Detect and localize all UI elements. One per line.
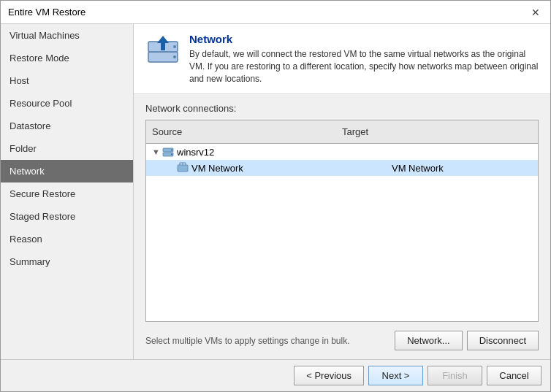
previous-button[interactable]: < Previous bbox=[294, 366, 364, 385]
target-label: VM Network bbox=[386, 163, 532, 174]
bottom-row: Select multiple VMs to apply settings ch… bbox=[145, 331, 539, 350]
svg-rect-9 bbox=[178, 165, 188, 172]
sidebar-item-datastore[interactable]: Datastore bbox=[1, 115, 133, 137]
network-table: Source Target ▼ bbox=[145, 120, 539, 322]
main-panel: Network By default, we will connect the … bbox=[134, 24, 550, 359]
table-header: Source Target bbox=[146, 120, 538, 144]
close-button[interactable]: ✕ bbox=[528, 5, 543, 20]
table-row[interactable]: VM Network VM Network bbox=[146, 160, 538, 176]
col-source-header: Source bbox=[146, 123, 336, 140]
header-text: Network By default, we will connect the … bbox=[189, 33, 539, 85]
vm-network-icon bbox=[177, 162, 189, 174]
next-button[interactable]: Next > bbox=[368, 366, 423, 385]
svg-point-4 bbox=[173, 55, 176, 58]
page-header: Network By default, we will connect the … bbox=[134, 24, 550, 94]
group-label: winsrv12 bbox=[177, 147, 532, 158]
sidebar-item-virtual-machines[interactable]: Virtual Machines bbox=[1, 24, 133, 47]
sidebar-item-resource-pool[interactable]: Resource Pool bbox=[1, 92, 133, 115]
finish-button[interactable]: Finish bbox=[428, 366, 482, 385]
dialog-title: Entire VM Restore bbox=[8, 7, 86, 18]
body-area: Network connections: Source Target ▼ bbox=[134, 94, 550, 359]
sidebar-item-staged-restore[interactable]: Staged Restore bbox=[1, 205, 133, 228]
svg-point-8 bbox=[171, 154, 172, 155]
bulk-hint: Select multiple VMs to apply settings ch… bbox=[145, 336, 349, 346]
server-icon bbox=[162, 146, 174, 158]
sidebar-item-secure-restore[interactable]: Secure Restore bbox=[1, 182, 133, 205]
sidebar-item-folder[interactable]: Folder bbox=[1, 137, 133, 160]
title-bar: Entire VM Restore ✕ bbox=[1, 1, 550, 24]
header-icon bbox=[145, 33, 180, 68]
sidebar-item-summary[interactable]: Summary bbox=[1, 250, 133, 273]
expand-icon: ▼ bbox=[152, 147, 162, 156]
bottom-action-buttons: Network... Disconnect bbox=[395, 331, 539, 350]
table-body: ▼ winsrv12 bbox=[146, 144, 538, 321]
disconnect-button[interactable]: Disconnect bbox=[467, 331, 539, 350]
sidebar-item-network[interactable]: Network bbox=[1, 160, 133, 182]
header-title: Network bbox=[189, 33, 539, 45]
svg-point-7 bbox=[171, 150, 172, 151]
section-label: Network connections: bbox=[145, 103, 539, 114]
sidebar-item-host[interactable]: Host bbox=[1, 69, 133, 92]
svg-point-3 bbox=[173, 45, 176, 48]
dialog: Entire VM Restore ✕ Virtual MachinesRest… bbox=[0, 0, 551, 392]
header-description: By default, we will connect the restored… bbox=[189, 48, 539, 85]
sidebar-item-restore-mode[interactable]: Restore Mode bbox=[1, 47, 133, 69]
col-target-header: Target bbox=[336, 123, 538, 140]
network-button[interactable]: Network... bbox=[395, 331, 463, 350]
content-area: Virtual MachinesRestore ModeHostResource… bbox=[1, 24, 550, 359]
source-label: VM Network bbox=[191, 163, 386, 174]
cancel-button[interactable]: Cancel bbox=[487, 366, 542, 385]
sidebar-item-reason[interactable]: Reason bbox=[1, 228, 133, 250]
footer: < Previous Next > Finish Cancel bbox=[1, 359, 550, 391]
table-row[interactable]: ▼ winsrv12 bbox=[146, 144, 538, 160]
sidebar: Virtual MachinesRestore ModeHostResource… bbox=[1, 24, 134, 359]
